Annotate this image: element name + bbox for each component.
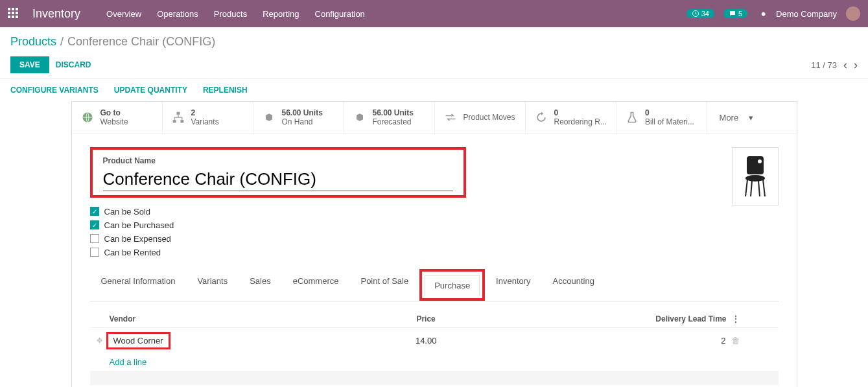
check-can-be-sold: ✓ Can be Sold — [90, 207, 779, 217]
pager-text: 11 / 73 — [811, 60, 837, 70]
col-vendor: Vendor — [110, 314, 417, 323]
table-menu-icon[interactable]: ⋮ — [727, 314, 740, 323]
svg-point-6 — [758, 159, 762, 163]
svg-rect-2 — [176, 112, 180, 115]
discard-button[interactable]: DISCARD — [56, 60, 91, 69]
configure-variants-link[interactable]: CONFIGURE VARIANTS — [10, 86, 99, 95]
nav-item-overview[interactable]: Overview — [106, 9, 141, 19]
svg-line-11 — [758, 181, 760, 196]
stat-product-moves[interactable]: Product Moves — [435, 102, 526, 134]
table-row[interactable]: ✥ Wood Corner 14.00 2 🗑 — [90, 328, 779, 353]
nav-item-configuration[interactable]: Configuration — [315, 9, 365, 19]
messages-badge[interactable]: 5 — [723, 9, 747, 18]
checkbox-rented[interactable] — [90, 248, 99, 257]
nav-menu: Overview Operations Products Reporting C… — [106, 9, 365, 19]
form-sheet: Go toWebsite 2Variants 56.00 UnitsOn Han… — [71, 101, 797, 387]
debug-icon[interactable] — [757, 8, 767, 19]
product-image[interactable] — [732, 147, 779, 205]
activity-count: 34 — [701, 10, 709, 18]
msg-count: 5 — [738, 10, 742, 18]
pager: 11 / 73 ‹ › — [811, 58, 858, 72]
save-button[interactable]: SAVE — [10, 56, 49, 73]
checkbox-expensed[interactable] — [90, 234, 99, 243]
breadcrumb-root[interactable]: Products — [10, 35, 56, 49]
user-avatar[interactable] — [846, 6, 860, 21]
refresh-icon — [535, 111, 548, 124]
module-title: Inventory — [32, 7, 80, 21]
check-can-be-expensed: Can be Expensed — [90, 234, 779, 244]
nav-right: 34 5 Demo Company — [686, 6, 860, 21]
vendor-name-highlight: Wood Corner — [106, 332, 170, 349]
product-name-label: Product Name — [103, 156, 453, 165]
stat-more[interactable]: More ▾ — [707, 102, 766, 134]
globe-icon — [81, 111, 94, 124]
col-lead: Delivery Lead Time — [629, 314, 727, 323]
svg-rect-4 — [180, 121, 183, 123]
add-line-link[interactable]: Add a line — [90, 353, 779, 371]
svg-line-8 — [745, 180, 747, 196]
pager-prev-icon[interactable]: ‹ — [843, 58, 847, 72]
secondary-actions: CONFIGURE VARIANTS UPDATE QUANTITY REPLE… — [0, 78, 868, 101]
actions-row: SAVE DISCARD 11 / 73 ‹ › — [0, 53, 868, 78]
checkbox-sold[interactable]: ✓ — [90, 207, 99, 216]
check-can-be-purchased: ✓ Can be Purchased — [90, 220, 779, 230]
exchange-icon — [444, 111, 457, 124]
product-name-highlight: Product Name — [90, 147, 466, 198]
tab-accounting[interactable]: Accounting — [542, 269, 605, 301]
vendor-area: Vendor Price Delivery Lead Time ⋮ ✥ Wood… — [90, 301, 779, 387]
stat-forecasted[interactable]: 56.00 UnitsForecasted — [344, 102, 435, 134]
breadcrumb: Products / Conference Chair (CONFIG) — [0, 27, 868, 53]
svg-line-10 — [751, 181, 752, 196]
vendor-name[interactable]: Wood Corner — [113, 336, 163, 346]
vendor-table: Vendor Price Delivery Lead Time ⋮ ✥ Wood… — [90, 311, 779, 385]
flask-icon — [626, 111, 639, 124]
pager-next-icon[interactable]: › — [854, 58, 858, 72]
cubes-icon — [263, 111, 276, 124]
tabs: General Information Variants Sales eComm… — [90, 269, 779, 301]
nav-item-operations[interactable]: Operations — [157, 9, 198, 19]
activity-badge[interactable]: 34 — [686, 9, 714, 18]
cubes-icon — [353, 111, 366, 124]
svg-rect-3 — [172, 121, 176, 123]
update-quantity-link[interactable]: UPDATE QUANTITY — [114, 86, 187, 95]
svg-rect-5 — [747, 156, 764, 174]
tab-ecommerce[interactable]: eCommerce — [282, 269, 350, 301]
tab-point-of-sale[interactable]: Point of Sale — [349, 269, 419, 301]
nav-item-products[interactable]: Products — [214, 9, 247, 19]
table-spacer — [90, 371, 779, 385]
nav-item-reporting[interactable]: Reporting — [263, 9, 299, 19]
breadcrumb-sep: / — [60, 35, 64, 49]
stat-row: Go toWebsite 2Variants 56.00 UnitsOn Han… — [72, 102, 797, 134]
tab-purchase[interactable]: Purchase — [425, 275, 480, 296]
tab-general-information[interactable]: General Information — [90, 269, 187, 301]
apps-icon[interactable] — [8, 8, 19, 19]
svg-line-9 — [763, 180, 765, 196]
stat-go-to-website[interactable]: Go toWebsite — [72, 102, 163, 134]
form-body: Product Name ✓ Can be Sold ✓ Can be Purc… — [72, 134, 797, 387]
trash-icon[interactable]: 🗑 — [731, 336, 740, 346]
stat-reordering[interactable]: 0Reordering R... — [526, 102, 616, 134]
col-price: Price — [416, 314, 629, 323]
stat-variants[interactable]: 2Variants — [163, 102, 253, 134]
stat-on-hand[interactable]: 56.00 UnitsOn Hand — [253, 102, 344, 134]
checkbox-purchased[interactable]: ✓ — [90, 220, 99, 229]
row-lead[interactable]: 2 — [629, 336, 726, 346]
company-name[interactable]: Demo Company — [776, 9, 837, 19]
row-price[interactable]: 14.00 — [416, 336, 629, 346]
sitemap-icon — [172, 111, 185, 124]
tab-variants[interactable]: Variants — [186, 269, 239, 301]
tab-sales[interactable]: Sales — [239, 269, 282, 301]
replenish-link[interactable]: REPLENISH — [203, 86, 248, 95]
checklist: ✓ Can be Sold ✓ Can be Purchased Can be … — [90, 207, 779, 257]
chair-icon — [739, 154, 771, 199]
tab-purchase-highlight: Purchase — [419, 269, 485, 301]
svg-point-7 — [745, 175, 765, 182]
drag-handle-icon[interactable]: ✥ — [97, 336, 102, 345]
clock-icon — [692, 10, 699, 18]
chat-icon — [729, 10, 736, 18]
check-can-be-rented: Can be Rented — [90, 248, 779, 257]
product-name-input[interactable] — [103, 168, 453, 191]
stat-bom[interactable]: 0Bill of Materi... — [616, 102, 707, 134]
tab-inventory[interactable]: Inventory — [485, 269, 541, 301]
top-nav: Inventory Overview Operations Products R… — [0, 0, 868, 27]
